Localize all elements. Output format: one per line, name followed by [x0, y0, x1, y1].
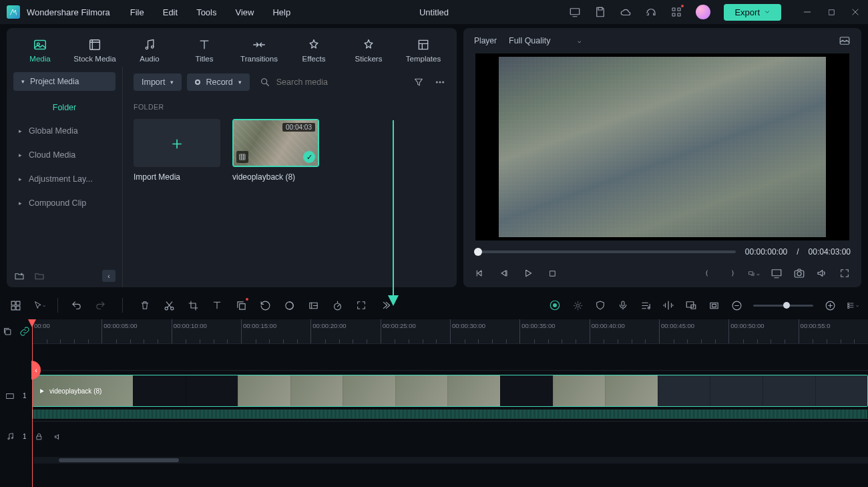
sidebar-adjustment-layer[interactable]: ▸Adjustment Lay...: [7, 167, 122, 191]
player-tab[interactable]: Player: [474, 36, 497, 45]
preview-area[interactable]: [475, 53, 849, 240]
mixer-icon[interactable]: [662, 299, 674, 311]
expand-icon[interactable]: [355, 299, 367, 311]
zoom-in-icon[interactable]: [824, 299, 836, 311]
search-input[interactable]: [276, 77, 407, 87]
tab-audio[interactable]: Audio: [126, 37, 174, 63]
collapse-sidebar-icon[interactable]: ‹: [102, 270, 116, 282]
color-icon[interactable]: [283, 299, 295, 311]
music-list-icon[interactable]: [640, 299, 652, 311]
cursor-icon[interactable]: ⌵: [33, 299, 45, 311]
play-icon[interactable]: [522, 267, 534, 279]
sidebar-global-media[interactable]: ▸Global Media: [7, 119, 122, 143]
more-tools-icon[interactable]: [379, 299, 391, 311]
display-icon[interactable]: [771, 267, 783, 279]
link-icon[interactable]: [19, 325, 31, 337]
snapshot-icon[interactable]: [839, 35, 851, 47]
import-dropdown[interactable]: Import▾: [134, 73, 182, 91]
camera-icon[interactable]: [793, 267, 805, 279]
tab-stickers[interactable]: Stickers: [345, 37, 393, 63]
avatar[interactable]: [696, 5, 710, 19]
undo-icon[interactable]: [70, 299, 82, 311]
view-mode-icon[interactable]: ⌵: [847, 299, 859, 311]
svg-rect-53: [37, 436, 41, 440]
fullscreen-icon[interactable]: [839, 267, 851, 279]
playhead[interactable]: [32, 319, 33, 487]
export-button[interactable]: Export: [724, 4, 781, 21]
timeline-clip-label: videoplayback (8): [49, 387, 101, 395]
tab-templates[interactable]: Templates: [399, 37, 447, 63]
redo-icon[interactable]: [94, 299, 106, 311]
project-media-button[interactable]: ▾Project Media: [13, 72, 116, 91]
close-icon[interactable]: [849, 6, 861, 18]
more-icon[interactable]: [434, 76, 446, 88]
speed-icon[interactable]: [331, 299, 343, 311]
video-track[interactable]: 1 videoplayback (8): [32, 370, 868, 421]
ruler-mark: 00:00:40:00: [590, 319, 659, 343]
media-clip-tile[interactable]: 00:04:03 ✓: [232, 119, 319, 167]
mark-in-icon[interactable]: [702, 267, 714, 279]
save-icon[interactable]: [594, 6, 606, 18]
audio-track[interactable]: 1: [32, 421, 868, 452]
mic-icon[interactable]: [617, 299, 629, 311]
tab-transitions[interactable]: Transitions: [235, 37, 283, 63]
layout-icon[interactable]: [9, 299, 21, 311]
timeline-copy-icon[interactable]: [1, 325, 13, 337]
sidebar-cloud-media[interactable]: ▸Cloud Media: [7, 143, 122, 167]
minimize-icon[interactable]: [801, 6, 813, 18]
headphones-icon[interactable]: [645, 6, 657, 18]
zoom-out-icon[interactable]: [730, 299, 742, 311]
video-track-icon: [4, 390, 16, 402]
audio-mute-icon[interactable]: [52, 431, 64, 443]
text-icon[interactable]: [211, 299, 223, 311]
menu-help[interactable]: Help: [272, 7, 290, 17]
frame-icon[interactable]: [708, 299, 720, 311]
timeline-scrollbar[interactable]: [32, 457, 868, 464]
ruler-mark: 00:00:50:00: [728, 319, 798, 343]
sparkle-icon[interactable]: [572, 299, 584, 311]
timeline-clip[interactable]: videoplayback (8): [32, 375, 868, 407]
tab-media[interactable]: Media: [16, 37, 64, 63]
cut-icon[interactable]: [163, 299, 175, 311]
quality-dropdown[interactable]: Full Quality⌵: [509, 36, 581, 45]
play-reverse-icon[interactable]: [498, 267, 510, 279]
history-icon[interactable]: [259, 299, 271, 311]
maximize-icon[interactable]: [825, 6, 837, 18]
shield-icon[interactable]: [594, 299, 606, 311]
cloud-icon[interactable]: [620, 6, 632, 18]
ruler-mark: 00:00:45:00: [659, 319, 728, 343]
screen-icon[interactable]: [685, 299, 697, 311]
audio-lock-icon[interactable]: [33, 431, 45, 443]
folder-icon[interactable]: [33, 270, 45, 282]
sidebar-compound-clip[interactable]: ▸Compound Clip: [7, 191, 122, 215]
folder-label[interactable]: Folder: [7, 96, 122, 119]
tab-stock-media[interactable]: Stock Media: [71, 37, 119, 63]
annotation-arrow-icon: [387, 120, 400, 307]
menu-file[interactable]: File: [130, 7, 144, 17]
adjust-icon[interactable]: [307, 299, 319, 311]
menu-view[interactable]: View: [235, 7, 254, 17]
zoom-slider[interactable]: [753, 305, 813, 307]
ai-circle-icon[interactable]: [549, 299, 561, 311]
crop-icon[interactable]: [187, 299, 199, 311]
new-folder-icon[interactable]: [13, 270, 25, 282]
device-icon[interactable]: [569, 6, 581, 18]
import-media-tile[interactable]: ＋: [134, 119, 220, 167]
audio-track-number: 1: [23, 433, 27, 440]
tab-effects[interactable]: Effects: [290, 37, 338, 63]
time-ruler[interactable]: ‹ 00:0000:00:05:0000:00:10:0000:00:15:00…: [32, 319, 868, 343]
volume-icon[interactable]: [816, 267, 828, 279]
tab-titles[interactable]: Titles: [180, 37, 228, 63]
filter-icon[interactable]: [413, 76, 425, 88]
menu-edit[interactable]: Edit: [163, 7, 178, 17]
copy-icon[interactable]: [235, 299, 247, 311]
prev-frame-icon[interactable]: [474, 267, 486, 279]
ratio-icon[interactable]: ⌵: [748, 267, 760, 279]
delete-icon[interactable]: [139, 299, 151, 311]
scrub-bar[interactable]: [474, 251, 736, 253]
mark-out-icon[interactable]: [725, 267, 737, 279]
menu-tools[interactable]: Tools: [196, 7, 216, 17]
apps-icon[interactable]: [670, 6, 682, 18]
stop-icon[interactable]: [546, 267, 558, 279]
record-dropdown[interactable]: Record▾: [187, 73, 249, 91]
